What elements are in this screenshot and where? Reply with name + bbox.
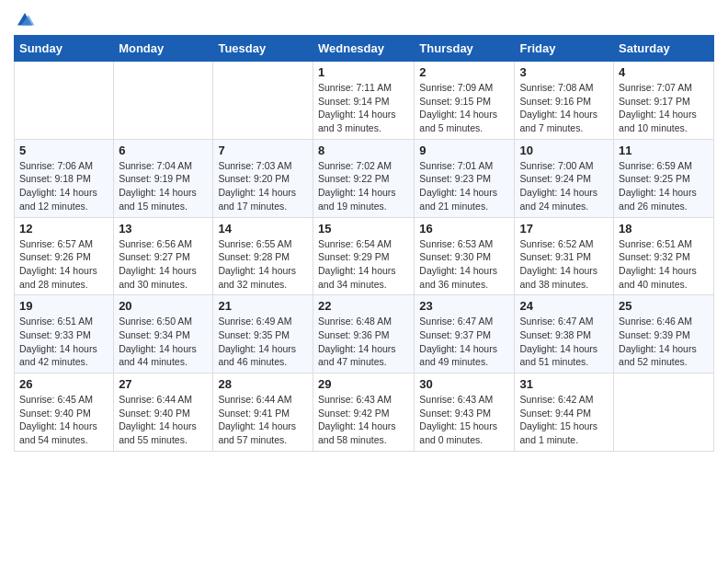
calendar-cell <box>15 62 114 140</box>
day-number: 10 <box>519 144 609 157</box>
weekday-header-wednesday: Wednesday <box>313 36 414 62</box>
day-info: Sunrise: 6:53 AM Sunset: 9:30 PM Dayligh… <box>419 237 509 292</box>
calendar-cell: 30Sunrise: 6:43 AM Sunset: 9:43 PM Dayli… <box>415 373 515 452</box>
day-number: 23 <box>419 299 509 313</box>
day-number: 21 <box>218 299 308 313</box>
weekday-header-friday: Friday <box>515 36 614 62</box>
calendar-cell: 24Sunrise: 6:47 AM Sunset: 9:38 PM Dayli… <box>515 295 614 373</box>
calendar-cell: 13Sunrise: 6:56 AM Sunset: 9:27 PM Dayli… <box>114 217 213 295</box>
day-info: Sunrise: 7:08 AM Sunset: 9:16 PM Dayligh… <box>519 81 609 135</box>
calendar-cell: 14Sunrise: 6:55 AM Sunset: 9:28 PM Dayli… <box>213 217 313 295</box>
day-info: Sunrise: 7:09 AM Sunset: 9:15 PM Dayligh… <box>419 81 509 135</box>
week-row-2: 5Sunrise: 7:06 AM Sunset: 9:18 PM Daylig… <box>15 139 714 217</box>
day-number: 3 <box>519 65 609 79</box>
day-info: Sunrise: 6:47 AM Sunset: 9:38 PM Dayligh… <box>519 315 609 369</box>
calendar-cell: 11Sunrise: 6:59 AM Sunset: 9:25 PM Dayli… <box>614 139 714 217</box>
calendar-cell: 26Sunrise: 6:45 AM Sunset: 9:40 PM Dayli… <box>15 373 114 452</box>
day-number: 1 <box>318 65 409 79</box>
logo <box>14 9 40 31</box>
calendar-cell: 8Sunrise: 7:02 AM Sunset: 9:22 PM Daylig… <box>313 139 414 217</box>
calendar-cell: 5Sunrise: 7:06 AM Sunset: 9:18 PM Daylig… <box>15 139 114 217</box>
day-info: Sunrise: 6:46 AM Sunset: 9:39 PM Dayligh… <box>619 315 709 369</box>
day-info: Sunrise: 6:51 AM Sunset: 9:32 PM Dayligh… <box>619 237 709 292</box>
day-info: Sunrise: 6:43 AM Sunset: 9:43 PM Dayligh… <box>419 393 509 447</box>
calendar-cell: 7Sunrise: 7:03 AM Sunset: 9:20 PM Daylig… <box>213 139 313 217</box>
calendar-cell: 16Sunrise: 6:53 AM Sunset: 9:30 PM Dayli… <box>415 217 515 295</box>
day-info: Sunrise: 6:45 AM Sunset: 9:40 PM Dayligh… <box>19 393 108 447</box>
header <box>14 9 714 31</box>
calendar-cell: 17Sunrise: 6:52 AM Sunset: 9:31 PM Dayli… <box>515 217 614 295</box>
day-number: 17 <box>519 222 609 236</box>
week-row-5: 26Sunrise: 6:45 AM Sunset: 9:40 PM Dayli… <box>15 373 714 452</box>
calendar-cell: 31Sunrise: 6:42 AM Sunset: 9:44 PM Dayli… <box>515 373 614 452</box>
day-info: Sunrise: 6:50 AM Sunset: 9:34 PM Dayligh… <box>119 315 208 369</box>
week-row-1: 1Sunrise: 7:11 AM Sunset: 9:14 PM Daylig… <box>15 62 714 140</box>
calendar-cell: 21Sunrise: 6:49 AM Sunset: 9:35 PM Dayli… <box>213 295 313 373</box>
day-info: Sunrise: 6:44 AM Sunset: 9:40 PM Dayligh… <box>119 393 208 447</box>
day-info: Sunrise: 6:48 AM Sunset: 9:36 PM Dayligh… <box>318 315 409 369</box>
day-info: Sunrise: 7:01 AM Sunset: 9:23 PM Dayligh… <box>419 159 509 213</box>
day-info: Sunrise: 6:59 AM Sunset: 9:25 PM Dayligh… <box>619 159 709 213</box>
day-number: 26 <box>19 377 108 391</box>
day-number: 11 <box>619 144 709 157</box>
day-number: 30 <box>419 377 509 391</box>
day-number: 2 <box>419 65 509 79</box>
day-info: Sunrise: 6:49 AM Sunset: 9:35 PM Dayligh… <box>218 315 308 369</box>
weekday-header-row: SundayMondayTuesdayWednesdayThursdayFrid… <box>15 36 714 62</box>
day-info: Sunrise: 6:54 AM Sunset: 9:29 PM Dayligh… <box>318 237 409 292</box>
day-number: 29 <box>318 377 409 391</box>
weekday-header-monday: Monday <box>114 36 213 62</box>
day-number: 14 <box>218 222 308 236</box>
weekday-header-saturday: Saturday <box>614 36 714 62</box>
calendar-cell: 9Sunrise: 7:01 AM Sunset: 9:23 PM Daylig… <box>415 139 515 217</box>
day-number: 13 <box>119 222 208 236</box>
day-number: 15 <box>318 222 409 236</box>
day-number: 27 <box>119 377 208 391</box>
calendar-cell: 29Sunrise: 6:43 AM Sunset: 9:42 PM Dayli… <box>313 373 414 452</box>
calendar-cell: 28Sunrise: 6:44 AM Sunset: 9:41 PM Dayli… <box>213 373 313 452</box>
calendar-cell: 12Sunrise: 6:57 AM Sunset: 9:26 PM Dayli… <box>15 217 114 295</box>
day-number: 4 <box>619 65 709 79</box>
calendar-table: SundayMondayTuesdayWednesdayThursdayFrid… <box>14 35 714 452</box>
calendar-cell: 22Sunrise: 6:48 AM Sunset: 9:36 PM Dayli… <box>313 295 414 373</box>
day-info: Sunrise: 7:11 AM Sunset: 9:14 PM Dayligh… <box>318 81 409 135</box>
weekday-header-tuesday: Tuesday <box>213 36 313 62</box>
weekday-header-sunday: Sunday <box>15 36 114 62</box>
day-info: Sunrise: 6:43 AM Sunset: 9:42 PM Dayligh… <box>318 393 409 447</box>
calendar-cell: 4Sunrise: 7:07 AM Sunset: 9:17 PM Daylig… <box>614 62 714 140</box>
calendar-cell: 25Sunrise: 6:46 AM Sunset: 9:39 PM Dayli… <box>614 295 714 373</box>
day-info: Sunrise: 6:57 AM Sunset: 9:26 PM Dayligh… <box>19 237 108 292</box>
calendar-cell <box>213 62 313 140</box>
calendar-cell: 15Sunrise: 6:54 AM Sunset: 9:29 PM Dayli… <box>313 217 414 295</box>
day-number: 24 <box>519 299 609 313</box>
day-number: 9 <box>419 144 509 157</box>
calendar-cell: 19Sunrise: 6:51 AM Sunset: 9:33 PM Dayli… <box>15 295 114 373</box>
day-info: Sunrise: 7:04 AM Sunset: 9:19 PM Dayligh… <box>119 159 208 213</box>
calendar-cell: 10Sunrise: 7:00 AM Sunset: 9:24 PM Dayli… <box>515 139 614 217</box>
day-number: 18 <box>619 222 709 236</box>
week-row-3: 12Sunrise: 6:57 AM Sunset: 9:26 PM Dayli… <box>15 217 714 295</box>
calendar-cell: 27Sunrise: 6:44 AM Sunset: 9:40 PM Dayli… <box>114 373 213 452</box>
day-number: 6 <box>119 144 208 157</box>
weekday-header-thursday: Thursday <box>415 36 515 62</box>
calendar-cell: 3Sunrise: 7:08 AM Sunset: 9:16 PM Daylig… <box>515 62 614 140</box>
day-info: Sunrise: 6:56 AM Sunset: 9:27 PM Dayligh… <box>119 237 208 292</box>
calendar-cell: 23Sunrise: 6:47 AM Sunset: 9:37 PM Dayli… <box>415 295 515 373</box>
calendar-cell: 20Sunrise: 6:50 AM Sunset: 9:34 PM Dayli… <box>114 295 213 373</box>
day-number: 28 <box>218 377 308 391</box>
day-info: Sunrise: 7:00 AM Sunset: 9:24 PM Dayligh… <box>519 159 609 213</box>
day-number: 31 <box>519 377 609 391</box>
day-info: Sunrise: 7:07 AM Sunset: 9:17 PM Dayligh… <box>619 81 709 135</box>
day-number: 19 <box>19 299 108 313</box>
day-info: Sunrise: 7:03 AM Sunset: 9:20 PM Dayligh… <box>218 159 308 213</box>
calendar-cell <box>614 373 714 452</box>
logo-icon <box>14 9 36 31</box>
day-number: 25 <box>619 299 709 313</box>
day-info: Sunrise: 6:55 AM Sunset: 9:28 PM Dayligh… <box>218 237 308 292</box>
calendar-cell <box>114 62 213 140</box>
week-row-4: 19Sunrise: 6:51 AM Sunset: 9:33 PM Dayli… <box>15 295 714 373</box>
day-info: Sunrise: 6:52 AM Sunset: 9:31 PM Dayligh… <box>519 237 609 292</box>
day-info: Sunrise: 6:44 AM Sunset: 9:41 PM Dayligh… <box>218 393 308 447</box>
calendar-cell: 2Sunrise: 7:09 AM Sunset: 9:15 PM Daylig… <box>415 62 515 140</box>
calendar-cell: 6Sunrise: 7:04 AM Sunset: 9:19 PM Daylig… <box>114 139 213 217</box>
